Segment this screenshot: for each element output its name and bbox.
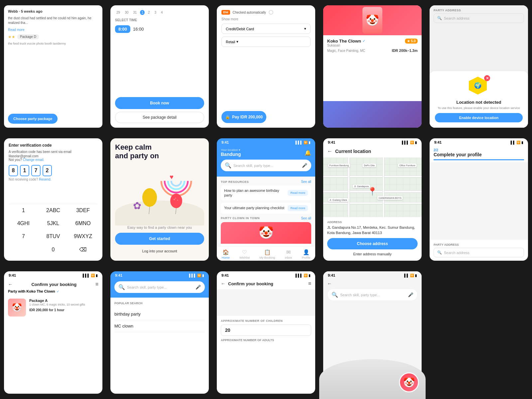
resend-link[interactable]: Resend. bbox=[39, 178, 51, 181]
reviewer-name: Webb · 5 weeks ago bbox=[8, 9, 98, 13]
confirm-back-button[interactable]: ← bbox=[8, 282, 13, 287]
numpad-key-8[interactable]: 8TUV bbox=[39, 230, 68, 243]
read-more-link[interactable]: Read more bbox=[8, 28, 98, 32]
resource-card-2[interactable]: Your ultimate party planning checklist R… bbox=[221, 202, 311, 214]
address-search-input[interactable]: 🔍 Search address bbox=[434, 13, 524, 23]
show-more-link[interactable]: Show more bbox=[221, 17, 311, 21]
booking-info: Package A 1 clown MC, 6 magic tricks, 10… bbox=[29, 299, 98, 317]
cal-day-3[interactable]: 3 bbox=[153, 10, 158, 15]
search-input[interactable]: 🔍 Search skill, party type... 🎤 bbox=[114, 281, 205, 293]
numpad-key-backspace[interactable]: ⌫ bbox=[68, 243, 98, 256]
error-x-icon: ✕ bbox=[484, 75, 490, 81]
confirm2-back-button[interactable]: ← bbox=[221, 281, 225, 286]
party-verify-icon: ✓ bbox=[57, 290, 59, 293]
popular-item-mc-clown[interactable]: MC clown bbox=[114, 320, 205, 332]
mic-icon[interactable]: 🎤 bbox=[302, 163, 307, 168]
location-city[interactable]: Bandung bbox=[221, 152, 241, 157]
verification-card: Enter verification code A verification c… bbox=[4, 138, 102, 261]
chevron-down-icon-retail: ▾ bbox=[236, 40, 238, 44]
cal-day-31[interactable]: 31 bbox=[132, 10, 138, 15]
code-digit-2[interactable]: 1 bbox=[20, 165, 29, 176]
party-clown-section: PARTY CLOWN IN TOWN See all 🤡 Bebe The C… bbox=[221, 216, 311, 246]
avatar-search-placeholder: Search skill, party type... bbox=[340, 293, 406, 297]
verify-text: A verification code has been sent via em… bbox=[9, 150, 98, 154]
mic-icon-search[interactable]: 🎤 bbox=[196, 285, 201, 290]
wifi-icon: 🛜 bbox=[304, 141, 308, 144]
search-bar[interactable]: 🔍 Search skill, party type... 🎤 bbox=[221, 160, 311, 171]
code-digit-3[interactable]: 7 bbox=[31, 165, 41, 176]
choose-package-button[interactable]: Choose party package bbox=[8, 114, 58, 124]
status-time: 9:41 bbox=[221, 140, 229, 144]
signal-icon-map: ▌▌▌ bbox=[402, 141, 409, 144]
cal-day-29[interactable]: 29 bbox=[115, 10, 121, 15]
cal-day-30[interactable]: 30 bbox=[123, 10, 130, 15]
notification-bell-icon[interactable]: 🔔 bbox=[305, 150, 311, 156]
confirm2-menu-button[interactable]: ≡ bbox=[308, 281, 311, 287]
menu-button[interactable]: ≡ bbox=[95, 281, 98, 287]
read-more-1[interactable]: Read more bbox=[288, 190, 308, 196]
popular-item-birthday[interactable]: birthday party bbox=[114, 308, 205, 320]
cal-day-1[interactable]: 1 bbox=[140, 10, 145, 15]
profile-address-section: PARTY ADDRESS 🔍 Search address bbox=[430, 240, 528, 261]
choose-address-button[interactable]: Choose address bbox=[327, 238, 418, 249]
book-now-button[interactable]: Book now bbox=[115, 97, 204, 109]
log-in-button[interactable]: Log into your account bbox=[115, 246, 204, 256]
map-label-3: Office Furniture bbox=[398, 164, 417, 167]
numpad-key-5[interactable]: 5JKL bbox=[39, 217, 68, 230]
time-start[interactable]: 8:00 bbox=[115, 25, 130, 33]
nav-profile[interactable]: 👤 Profile bbox=[302, 249, 311, 259]
code-digit-1[interactable]: 8 bbox=[9, 165, 18, 176]
cal-day-4[interactable]: 4 bbox=[160, 10, 164, 15]
get-started-button[interactable]: Get started bbox=[115, 233, 204, 245]
code-input-row[interactable]: 8 1 7 2 bbox=[9, 165, 98, 176]
children-count-input[interactable] bbox=[221, 325, 311, 336]
change-email-link[interactable]: Change email. bbox=[23, 158, 44, 162]
numpad-key-4[interactable]: 4GHI bbox=[9, 217, 38, 230]
see-all-resources[interactable]: See all bbox=[301, 180, 311, 184]
verify-badge: ✓ bbox=[362, 39, 365, 43]
enable-location-button[interactable]: Enable device location bbox=[435, 113, 523, 122]
nav-inbox[interactable]: ✉ Inbox bbox=[285, 249, 292, 259]
map-area[interactable]: 📍 Furniture Bandung DePo Gita Office Fur… bbox=[323, 158, 422, 217]
see-detail-button[interactable]: See package detail bbox=[115, 112, 204, 123]
enter-address-manually-button[interactable]: Enter address manually bbox=[327, 249, 418, 259]
profile-address-search[interactable]: 🔍 Search address bbox=[434, 248, 524, 257]
nav-wishlist[interactable]: ♡ Wishlist bbox=[239, 249, 250, 259]
status-icons-map: ▌▌▌ 🛜 ▮ bbox=[402, 141, 417, 144]
featured-clown-card[interactable]: 🤡 Bebe The Clown ✓ Andir St bbox=[221, 222, 311, 246]
confirm-header: ← Confirm your booking ≡ bbox=[4, 278, 102, 289]
numpad[interactable]: 1 2ABC 3DEF 4GHI 5JKL 6MNO 7 8TUV 9WXYZ … bbox=[9, 204, 98, 256]
home-body: TOP RESOURCES See all How to plan an awe… bbox=[217, 177, 315, 246]
illustration-area: ♥ ✿ bbox=[115, 163, 204, 225]
booking-image: 🤡 bbox=[8, 299, 26, 317]
nav-home[interactable]: 🏠 Home bbox=[222, 249, 230, 259]
cal-day-2[interactable]: 2 bbox=[147, 10, 151, 15]
see-all-clowns[interactable]: See all bbox=[301, 216, 311, 220]
numpad-key-0[interactable]: 0 bbox=[39, 243, 68, 256]
numpad-key-2[interactable]: 2ABC bbox=[39, 204, 68, 217]
status-bar-confirm2: 9:41 ▌▌▌ 🛜 ▮ bbox=[217, 271, 315, 278]
popular-section: POPULAR SEARCH birthday party MC clown bbox=[110, 298, 209, 394]
nav-my-booking[interactable]: 📋 My Booking bbox=[259, 249, 275, 259]
avatar-search-input[interactable]: 🔍 Search skill, party type... 🎤 bbox=[327, 289, 418, 301]
back-button[interactable]: ← bbox=[327, 148, 332, 154]
clown-profile-card: 🤡 Koko The Clown ✓ ★ 5.0 Sukasari Magic,… bbox=[323, 5, 422, 128]
pay-button[interactable]: 🔒 Pay IDR 200,000 bbox=[221, 111, 266, 123]
wifi-icon-confirm: 🛜 bbox=[91, 274, 95, 277]
resource-card-1[interactable]: How to plan an awesome birthday party Re… bbox=[221, 186, 311, 200]
numpad-key-6[interactable]: 6MNO bbox=[68, 217, 98, 230]
numpad-key-9[interactable]: 9WXYZ bbox=[68, 230, 98, 243]
read-more-2[interactable]: Read more bbox=[288, 205, 308, 211]
map-card: 9:41 ▌▌▌ 🛜 ▮ ← Current location bbox=[323, 138, 422, 261]
numpad-key-7[interactable]: 7 bbox=[9, 230, 38, 243]
payment-method-selector[interactable]: Credit/Debit Card ▾ bbox=[221, 24, 311, 34]
avatar-back-button[interactable]: ← bbox=[327, 281, 332, 286]
select-time-label: SELECT TIME bbox=[115, 18, 204, 22]
numpad-key-3[interactable]: 3DEF bbox=[68, 204, 98, 217]
retail-selector[interactable]: Retail ▾ bbox=[221, 37, 311, 47]
numpad-key-1[interactable]: 1 bbox=[9, 204, 38, 217]
status-bar-search: 9:41 ▌▌▌ 🛜 ▮ bbox=[110, 271, 209, 278]
search-avatar-card: 9:41 ▌▌ 🛜 ▮ ← 🔍 Search skill, party type… bbox=[323, 271, 422, 394]
code-digit-4[interactable]: 2 bbox=[43, 165, 52, 176]
mic-icon-avatar[interactable]: 🎤 bbox=[408, 292, 413, 297]
